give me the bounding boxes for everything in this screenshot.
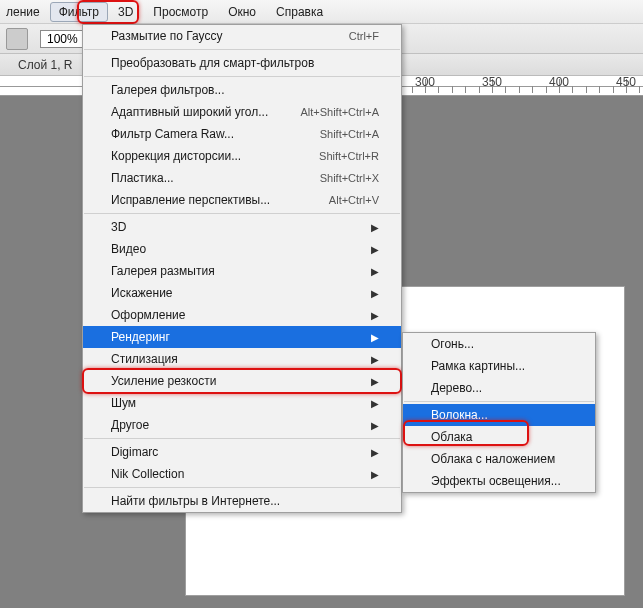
- submenu-arrow-icon: ▶: [371, 310, 379, 321]
- menu-item[interactable]: Галерея размытия▶: [83, 260, 401, 282]
- menu-item-label: Найти фильтры в Интернете...: [111, 494, 280, 508]
- menu-item-label: Шум: [111, 396, 136, 410]
- ruler-subtick: [505, 86, 506, 93]
- menu-separator: [84, 213, 400, 214]
- ruler-subtick: [479, 86, 480, 93]
- ruler-subtick: [572, 86, 573, 93]
- menu-item[interactable]: Искажение▶: [83, 282, 401, 304]
- submenu-arrow-icon: ▶: [371, 222, 379, 233]
- menu-filter[interactable]: Фильтр: [50, 2, 108, 22]
- menu-window[interactable]: Окно: [218, 2, 266, 22]
- submenu-item-label: Эффекты освещения...: [431, 474, 561, 488]
- menu-shortcut: Ctrl+F: [349, 30, 379, 42]
- menu-item[interactable]: Галерея фильтров...: [83, 79, 401, 101]
- menu-shortcut: Alt+Shift+Ctrl+A: [300, 106, 379, 118]
- submenu-item-label: Волокна...: [431, 408, 488, 422]
- ruler-subtick: [613, 86, 614, 93]
- submenu-item[interactable]: Эффекты освещения...: [403, 470, 595, 492]
- ruler-subtick: [465, 86, 466, 93]
- submenu-arrow-icon: ▶: [371, 354, 379, 365]
- menu-item-label: Другое: [111, 418, 149, 432]
- menu-fragment[interactable]: ление: [6, 2, 50, 22]
- submenu-item-label: Огонь...: [431, 337, 474, 351]
- submenu-arrow-icon: ▶: [371, 469, 379, 480]
- menubar: ление Фильтр 3D Просмотр Окно Справка: [0, 0, 643, 24]
- submenu-item[interactable]: Облака: [403, 426, 595, 448]
- menu-item[interactable]: Усиление резкости▶: [83, 370, 401, 392]
- menu-item[interactable]: Другое▶: [83, 414, 401, 436]
- menu-item[interactable]: Digimarc▶: [83, 441, 401, 463]
- ruler-label: 450: [616, 76, 636, 89]
- zoom-value: 100%: [47, 32, 78, 46]
- submenu-item-label: Облака: [431, 430, 473, 444]
- ruler-subtick: [438, 86, 439, 93]
- menu-view[interactable]: Просмотр: [143, 2, 218, 22]
- menu-item[interactable]: Коррекция дисторсии...Shift+Ctrl+R: [83, 145, 401, 167]
- menu-item[interactable]: Шум▶: [83, 392, 401, 414]
- menu-item-label: Искажение: [111, 286, 173, 300]
- menu-item[interactable]: Пластика...Shift+Ctrl+X: [83, 167, 401, 189]
- ruler-subtick: [519, 86, 520, 93]
- menu-item-label: 3D: [111, 220, 126, 234]
- menu-shortcut: Alt+Ctrl+V: [329, 194, 379, 206]
- menu-item[interactable]: Размытие по ГауссуCtrl+F: [83, 25, 401, 47]
- menu-item[interactable]: Рендеринг▶: [83, 326, 401, 348]
- menu-separator: [84, 76, 400, 77]
- submenu-item[interactable]: Облака с наложением: [403, 448, 595, 470]
- menu-item-label: Стилизация: [111, 352, 178, 366]
- menu-shortcut: Shift+Ctrl+R: [319, 150, 379, 162]
- ruler-label: 350: [482, 76, 502, 89]
- ruler-subtick: [639, 86, 640, 93]
- menu-item-label: Digimarc: [111, 445, 158, 459]
- tool-icon[interactable]: [6, 28, 28, 50]
- menu-item-label: Рендеринг: [111, 330, 170, 344]
- menu-item[interactable]: 3D▶: [83, 216, 401, 238]
- menu-item-label: Усиление резкости: [111, 374, 216, 388]
- menu-separator: [84, 49, 400, 50]
- menu-item-label: Коррекция дисторсии...: [111, 149, 241, 163]
- menu-item-label: Адаптивный широкий угол...: [111, 105, 268, 119]
- menu-item-label: Фильтр Camera Raw...: [111, 127, 234, 141]
- ruler-subtick: [452, 86, 453, 93]
- submenu-item[interactable]: Дерево...: [403, 377, 595, 399]
- document-tab[interactable]: Слой 1, R: [8, 56, 83, 74]
- ruler-subtick: [532, 86, 533, 93]
- menu-item-label: Пластика...: [111, 171, 174, 185]
- submenu-item-label: Рамка картины...: [431, 359, 525, 373]
- submenu-arrow-icon: ▶: [371, 266, 379, 277]
- menu-3d[interactable]: 3D: [108, 2, 143, 22]
- menu-item-label: Видео: [111, 242, 146, 256]
- submenu-arrow-icon: ▶: [371, 376, 379, 387]
- menu-item[interactable]: Стилизация▶: [83, 348, 401, 370]
- ruler-label: 400: [549, 76, 569, 89]
- ruler-subtick: [546, 86, 547, 93]
- ruler-subtick: [599, 86, 600, 93]
- menu-help[interactable]: Справка: [266, 2, 333, 22]
- menu-item[interactable]: Найти фильтры в Интернете...: [83, 490, 401, 512]
- submenu-item[interactable]: Рамка картины...: [403, 355, 595, 377]
- ruler-label: 300: [415, 76, 435, 89]
- menu-item[interactable]: Преобразовать для смарт-фильтров: [83, 52, 401, 74]
- submenu-item[interactable]: Огонь...: [403, 333, 595, 355]
- filter-dropdown: Размытие по ГауссуCtrl+FПреобразовать дл…: [82, 24, 402, 513]
- menu-item[interactable]: Видео▶: [83, 238, 401, 260]
- submenu-item[interactable]: Волокна...: [403, 404, 595, 426]
- submenu-arrow-icon: ▶: [371, 420, 379, 431]
- menu-item[interactable]: Nik Collection▶: [83, 463, 401, 485]
- submenu-arrow-icon: ▶: [371, 288, 379, 299]
- submenu-arrow-icon: ▶: [371, 447, 379, 458]
- submenu-arrow-icon: ▶: [371, 398, 379, 409]
- menu-item[interactable]: Оформление▶: [83, 304, 401, 326]
- menu-item[interactable]: Фильтр Camera Raw...Shift+Ctrl+A: [83, 123, 401, 145]
- menu-item-label: Оформление: [111, 308, 185, 322]
- ruler-subtick: [412, 86, 413, 93]
- submenu-arrow-icon: ▶: [371, 332, 379, 343]
- submenu-item-label: Дерево...: [431, 381, 482, 395]
- menu-separator: [84, 487, 400, 488]
- ruler-subtick: [586, 86, 587, 93]
- menu-item[interactable]: Исправление перспективы...Alt+Ctrl+V: [83, 189, 401, 211]
- menu-separator: [84, 438, 400, 439]
- menu-item-label: Галерея фильтров...: [111, 83, 224, 97]
- menu-shortcut: Shift+Ctrl+A: [320, 128, 379, 140]
- menu-item[interactable]: Адаптивный широкий угол...Alt+Shift+Ctrl…: [83, 101, 401, 123]
